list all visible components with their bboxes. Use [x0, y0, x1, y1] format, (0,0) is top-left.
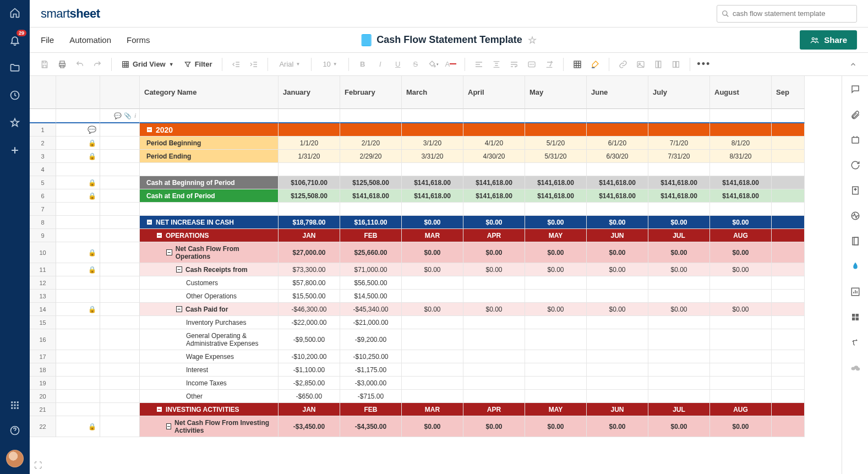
- data-cell[interactable]: [525, 163, 587, 176]
- data-cell[interactable]: [587, 363, 648, 377]
- data-cell[interactable]: APR: [463, 403, 525, 416]
- data-cell[interactable]: [772, 350, 805, 363]
- data-cell[interactable]: [710, 329, 772, 350]
- data-cell[interactable]: [463, 363, 525, 377]
- data-cell[interactable]: $0.00: [402, 242, 463, 263]
- category-cell[interactable]: Other: [140, 390, 279, 403]
- data-cell[interactable]: -$9,500.00: [279, 329, 340, 350]
- data-cell[interactable]: 4/1/20: [463, 137, 525, 150]
- expand-icon[interactable]: ⛶: [34, 461, 42, 470]
- data-cell[interactable]: $141,618.00: [525, 176, 587, 189]
- data-cell[interactable]: [402, 390, 463, 403]
- data-cell[interactable]: [463, 316, 525, 329]
- row-number[interactable]: 5: [30, 176, 56, 189]
- data-cell[interactable]: $141,618.00: [587, 189, 648, 203]
- data-cell[interactable]: [648, 276, 710, 290]
- redo-icon[interactable]: [90, 57, 105, 72]
- data-cell[interactable]: [587, 276, 648, 290]
- outdent-icon[interactable]: [229, 57, 243, 72]
- link-icon[interactable]: [616, 57, 630, 72]
- data-cell[interactable]: $141,618.00: [648, 176, 710, 189]
- data-cell[interactable]: $0.00: [525, 303, 587, 316]
- data-cell[interactable]: [525, 390, 587, 403]
- chart-panel-icon[interactable]: [850, 286, 861, 297]
- data-cell[interactable]: [340, 163, 402, 176]
- data-cell[interactable]: [525, 363, 587, 377]
- data-cell[interactable]: -$9,200.00: [340, 329, 402, 350]
- row-number[interactable]: 11: [30, 263, 56, 276]
- dynamic-view-icon[interactable]: [850, 312, 861, 323]
- data-cell[interactable]: [710, 377, 772, 390]
- category-cell[interactable]: −Cash Paid for: [140, 303, 279, 316]
- data-cell[interactable]: MAR: [402, 403, 463, 416]
- more-icon[interactable]: •••: [697, 57, 711, 72]
- data-cell[interactable]: $106,710.00: [279, 176, 340, 189]
- data-cell[interactable]: -$1,175.00: [340, 363, 402, 377]
- row-number[interactable]: 13: [30, 290, 56, 303]
- data-cell[interactable]: [402, 123, 463, 137]
- data-cell[interactable]: $141,618.00: [463, 176, 525, 189]
- data-cell[interactable]: [710, 316, 772, 329]
- data-cell[interactable]: [587, 329, 648, 350]
- row-number[interactable]: 1: [30, 123, 56, 137]
- data-cell[interactable]: AUG: [710, 229, 772, 242]
- data-cell[interactable]: [772, 303, 805, 316]
- search-box[interactable]: [717, 5, 857, 23]
- data-cell[interactable]: [587, 290, 648, 303]
- row-number[interactable]: 12: [30, 276, 56, 290]
- data-cell[interactable]: $141,618.00: [463, 189, 525, 203]
- col-jul[interactable]: July: [648, 76, 710, 109]
- data-cell[interactable]: [402, 290, 463, 303]
- salesforce-icon[interactable]: [850, 362, 861, 373]
- category-cell[interactable]: Interest: [140, 363, 279, 377]
- category-cell[interactable]: −INVESTING ACTIVITIES: [140, 403, 279, 416]
- wrap-icon[interactable]: [507, 57, 521, 72]
- data-cell[interactable]: [463, 276, 525, 290]
- data-cell[interactable]: [463, 390, 525, 403]
- data-cell[interactable]: JUL: [648, 229, 710, 242]
- highlight-icon[interactable]: [588, 57, 602, 72]
- folder-icon[interactable]: [9, 62, 21, 74]
- data-cell[interactable]: $125,508.00: [340, 176, 402, 189]
- data-cell[interactable]: [772, 290, 805, 303]
- data-cell[interactable]: [525, 316, 587, 329]
- data-cell[interactable]: $0.00: [402, 303, 463, 316]
- data-cell[interactable]: $0.00: [463, 242, 525, 263]
- data-cell[interactable]: $18,798.00: [279, 216, 340, 229]
- data-cell[interactable]: JAN: [279, 229, 340, 242]
- publish-icon[interactable]: [850, 185, 861, 196]
- data-cell[interactable]: [402, 276, 463, 290]
- data-cell[interactable]: $0.00: [587, 303, 648, 316]
- data-cell[interactable]: [402, 350, 463, 363]
- data-cell[interactable]: [772, 137, 805, 150]
- data-cell[interactable]: [525, 123, 587, 137]
- category-cell[interactable]: Period Beginning: [140, 137, 279, 150]
- size-selector[interactable]: 10 ▼: [318, 60, 341, 68]
- data-cell[interactable]: $0.00: [525, 416, 587, 437]
- data-cell[interactable]: $141,618.00: [710, 176, 772, 189]
- data-cell[interactable]: [525, 203, 587, 216]
- data-cell[interactable]: JUN: [587, 229, 648, 242]
- data-cell[interactable]: [772, 189, 805, 203]
- bold-icon[interactable]: B: [356, 57, 370, 72]
- data-cell[interactable]: [648, 290, 710, 303]
- category-cell[interactable]: −Net Cash Flow From Investing Activities: [140, 416, 279, 437]
- data-cell[interactable]: 5/31/20: [525, 150, 587, 163]
- data-cell[interactable]: [772, 416, 805, 437]
- search-input[interactable]: [733, 9, 852, 18]
- data-cell[interactable]: [279, 163, 340, 176]
- data-cell[interactable]: [648, 316, 710, 329]
- data-cell[interactable]: FEB: [340, 403, 402, 416]
- data-cell[interactable]: [772, 263, 805, 276]
- data-cell[interactable]: [648, 203, 710, 216]
- data-cell[interactable]: -$3,450.00: [279, 416, 340, 437]
- data-cell[interactable]: 6/1/20: [587, 137, 648, 150]
- data-cell[interactable]: -$4,350.00: [340, 416, 402, 437]
- conditional-format-icon[interactable]: [570, 57, 585, 72]
- data-cell[interactable]: 7/31/20: [648, 150, 710, 163]
- data-cell[interactable]: [772, 150, 805, 163]
- row-number[interactable]: 16: [30, 329, 56, 350]
- data-cell[interactable]: [648, 363, 710, 377]
- save-icon[interactable]: [37, 57, 52, 72]
- data-cell[interactable]: $0.00: [587, 242, 648, 263]
